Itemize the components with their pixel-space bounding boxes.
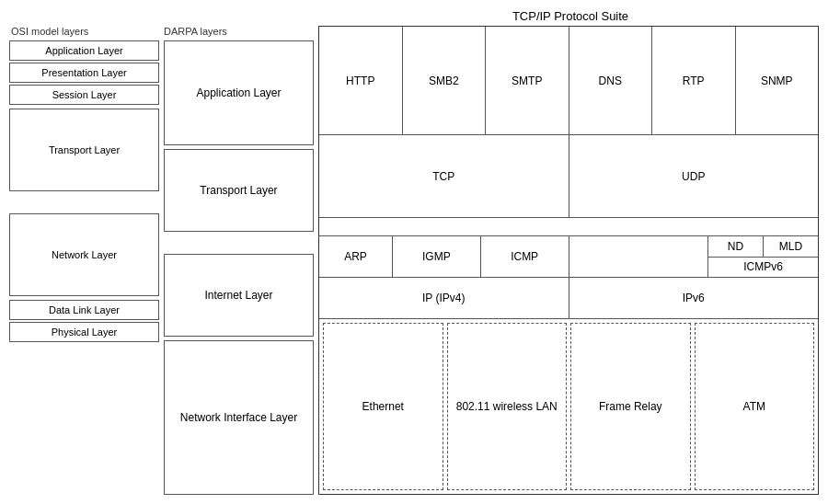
osi-layer-physical: Physical Layer [9,322,159,342]
internet-protocol-row: ARP IGMP ICMP IP (IPv4) [319,236,818,319]
darpa-layer-transport: Transport Layer [164,149,314,232]
protocols-area: HTTP SMB2 SMTP DNS RTP SNMP TCP UDP [318,26,819,495]
darpa-layer-application: Application Layer [164,40,314,145]
darpa-layer-internet: Internet Layer [164,254,314,337]
proto-snmp: SNMP [736,27,819,134]
osi-layer-transport: Transport Layer [9,109,159,191]
tcpip-title: TCP/IP Protocol Suite [322,9,819,26]
proto-nd: ND [708,236,764,257]
proto-wireless: 802.11 wireless LAN [447,323,568,490]
proto-ipv6: IPv6 [569,278,819,318]
proto-icmp: ICMP [481,236,569,277]
transport-protocol-row: TCP UDP [319,135,818,218]
osi-layer-presentation: Presentation Layer [9,63,159,83]
osi-layer-network: Network Layer [9,213,159,296]
proto-arp: ARP [319,236,393,277]
proto-dns: DNS [569,27,653,134]
proto-atm: ATM [695,323,815,490]
proto-frame-relay: Frame Relay [570,323,691,490]
darpa-label: DARPA layers [164,26,314,37]
app-protocol-row: HTTP SMB2 SMTP DNS RTP SNMP [319,27,818,135]
proto-rtp: RTP [652,27,736,134]
proto-smtp: SMTP [486,27,569,134]
proto-tcp: TCP [319,135,569,217]
darpa-column: DARPA layers Application Layer Transport… [164,26,318,495]
proto-ethernet: Ethernet [323,323,443,490]
darpa-layer-network-interface: Network Interface Layer [164,340,314,495]
proto-mld: MLD [764,236,818,257]
osi-column: OSI model layers Application Layer Prese… [9,26,164,495]
proto-ipv4: IP (IPv4) [319,278,569,318]
proto-igmp: IGMP [393,236,481,277]
proto-smb2: SMB2 [403,27,487,134]
osi-layer-datalink: Data Link Layer [9,300,159,320]
proto-icmpv6: ICMPv6 [708,257,818,278]
proto-udp: UDP [569,135,819,217]
osi-layer-session: Session Layer [9,85,159,105]
network-interface-row: Ethernet 802.11 wireless LAN Frame Relay… [319,319,818,494]
spacer-row [319,218,818,236]
proto-http: HTTP [319,27,403,134]
osi-label: OSI model layers [9,26,159,37]
diagram-container: TCP/IP Protocol Suite OSI model layers A… [0,0,828,504]
osi-layer-application: Application Layer [9,40,159,61]
